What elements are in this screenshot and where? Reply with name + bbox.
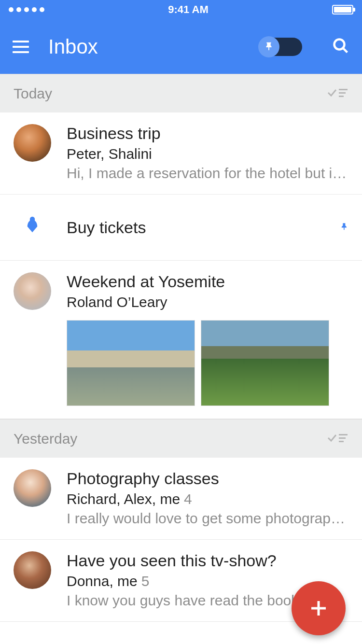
svg-point-0	[334, 39, 345, 49]
battery-icon	[332, 5, 353, 14]
mail-snippet: I really would love to get some photogra…	[67, 510, 348, 527]
svg-rect-3	[339, 92, 346, 94]
list-item[interactable]: Weekend at Yosemite Roland O’Leary	[0, 261, 362, 419]
svg-rect-8	[339, 441, 344, 442]
reminder-text: Buy tickets	[67, 218, 339, 237]
svg-rect-2	[339, 89, 348, 90]
status-bar: 9:41 AM	[0, 0, 362, 19]
reminder-icon	[14, 216, 51, 239]
status-time: 9:41 AM	[168, 3, 209, 16]
svg-rect-7	[339, 437, 346, 439]
mail-senders: Roland O’Leary	[67, 294, 348, 310]
attachment-thumb[interactable]	[67, 320, 195, 406]
attachment-thumbs	[67, 320, 348, 406]
avatar	[14, 551, 51, 589]
mail-title: Business trip	[67, 124, 348, 143]
section-header-today: Today	[0, 74, 362, 112]
list-item[interactable]: Buy tickets	[0, 195, 362, 261]
svg-line-1	[343, 48, 348, 52]
sweep-icon[interactable]	[327, 85, 348, 102]
section-label: Today	[14, 85, 52, 102]
mail-title: Photography classes	[67, 469, 348, 488]
section-header-yesterday: Yesterday	[0, 419, 362, 458]
plus-icon	[309, 599, 328, 618]
section-label: Yesterday	[14, 431, 77, 447]
avatar	[14, 272, 51, 310]
signal-dots-icon	[9, 7, 44, 12]
menu-icon[interactable]	[13, 41, 29, 53]
pinned-toggle[interactable]	[260, 38, 302, 56]
svg-rect-6	[339, 434, 348, 435]
svg-rect-4	[339, 96, 344, 97]
avatar	[14, 124, 51, 162]
page-title: Inbox	[48, 35, 240, 58]
search-icon[interactable]	[332, 37, 349, 56]
avatar	[14, 469, 51, 507]
svg-point-5	[30, 217, 35, 222]
list-item[interactable]: Business trip Peter, Shalini Hi, I made …	[0, 112, 362, 195]
mail-title: Weekend at Yosemite	[67, 272, 348, 291]
sweep-icon[interactable]	[327, 431, 348, 447]
mail-senders: Peter, Shalini	[67, 146, 348, 162]
attachment-thumb[interactable]	[201, 320, 329, 406]
mail-snippet: Hi, I made a reservation for the hotel b…	[67, 165, 348, 182]
app-header: Inbox	[0, 19, 362, 74]
compose-fab[interactable]	[292, 581, 346, 635]
pin-icon	[258, 36, 279, 57]
list-item[interactable]: Photography classes Richard, Alex, me4 I…	[0, 458, 362, 540]
pin-icon	[339, 220, 348, 235]
mail-senders: Richard, Alex, me4	[67, 491, 348, 507]
mail-title: Have you seen this tv-show?	[67, 551, 348, 570]
